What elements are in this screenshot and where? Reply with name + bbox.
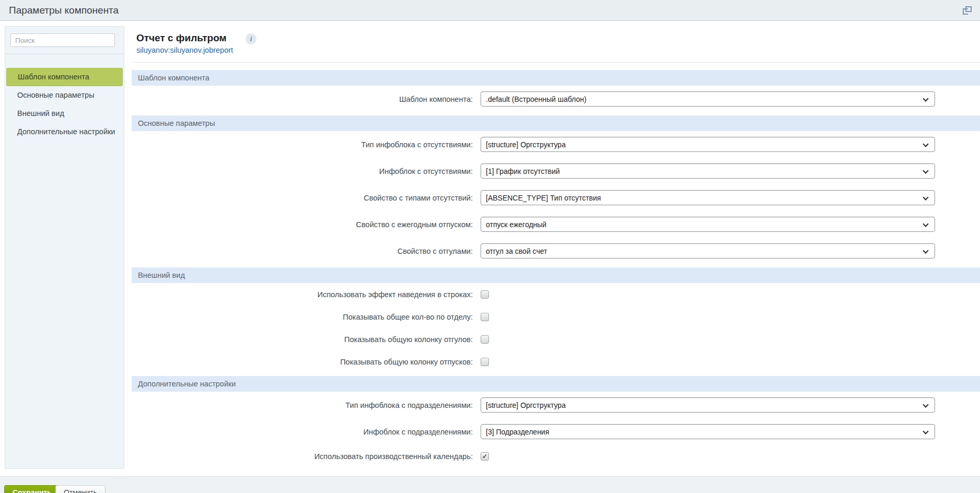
header-divider <box>132 62 980 63</box>
sidebar-item[interactable]: Дополнительные настройки <box>6 123 123 141</box>
sidebar-nav: Шаблон компонентаОсновные параметрыВнешн… <box>5 68 124 141</box>
field-label: Свойство с ежегодным отпуском: <box>132 220 473 229</box>
component-header: Отчет с фильтром i siluyanov:siluyanov.j… <box>136 32 227 44</box>
chevron-down-icon <box>923 221 928 227</box>
settings-sidebar: Шаблон компонентаОсновные параметрыВнешн… <box>5 26 124 469</box>
cancel-button[interactable]: Отменить <box>55 485 106 493</box>
select-field[interactable]: [3] Подразделения <box>481 424 935 439</box>
form-row: Использовать производственный календарь:… <box>132 445 980 467</box>
form-row: Свойство с отгулами:отгул за свой счет <box>132 238 980 264</box>
chevron-down-icon <box>923 141 928 147</box>
checkbox[interactable] <box>481 290 489 299</box>
field-label: Показывать общее кол-во по отделу: <box>132 313 473 321</box>
select-value: [structure] Оргструктура <box>481 140 566 149</box>
select-value: .default (Встроенный шаблон) <box>481 95 587 103</box>
dialog-footer: Сохранить Отменить <box>0 476 980 493</box>
form-row: Показывать общую колонку отгулов: <box>132 328 980 350</box>
chevron-down-icon <box>923 248 928 253</box>
select-value: отпуск ежегодный <box>481 220 546 229</box>
section-header: Основные параметры <box>132 115 980 131</box>
sidebar-item[interactable]: Внешний вид <box>6 104 123 123</box>
form-row: Показывать общее кол-во по отделу: <box>132 306 980 328</box>
select-value: [ABSENCE_TYPE] Тип отсутствия <box>481 194 601 202</box>
form-row: Показывать общую колонку отпусков: <box>132 350 980 373</box>
select-field[interactable]: отгул за свой счет <box>481 243 935 259</box>
select-value: [1] График отсутствий <box>481 167 560 175</box>
select-field[interactable]: [ABSENCE_TYPE] Тип отсутствия <box>481 190 935 205</box>
select-value: [3] Подразделения <box>481 428 549 436</box>
field-label: Шаблон компонента: <box>132 95 473 103</box>
chevron-down-icon <box>923 96 928 101</box>
select-field[interactable]: [1] График отсутствий <box>481 163 935 179</box>
select-field[interactable]: [structure] Оргструктура <box>481 137 935 152</box>
field-label: Тип инфоблока с подразделениями: <box>132 401 473 409</box>
select-field[interactable]: [structure] Оргструктура <box>481 397 935 413</box>
chevron-down-icon <box>923 168 928 173</box>
chevron-down-icon <box>923 428 928 434</box>
info-icon[interactable]: i <box>246 33 256 44</box>
checkbox-checked[interactable]: ✓ <box>481 452 489 461</box>
form-row: Свойство с типами отсутствий:[ABSENCE_TY… <box>132 184 980 211</box>
sidebar-item[interactable]: Основные параметры <box>6 86 123 104</box>
form-row: Инфоблок с отсутствиями:[1] График отсут… <box>132 158 980 184</box>
form-sections: Шаблон компонентаШаблон компонента:.defa… <box>132 67 980 467</box>
chevron-down-icon <box>923 194 928 200</box>
sidebar-item[interactable]: Шаблон компонента <box>6 68 123 86</box>
form-row: Инфоблок с подразделениями:[3] Подраздел… <box>132 418 980 445</box>
checkbox[interactable] <box>481 313 489 321</box>
checkbox[interactable] <box>481 358 489 366</box>
dialog-title: Параметры компонента <box>9 0 119 21</box>
section-header: Внешний вид <box>132 267 980 283</box>
search-input[interactable] <box>10 33 115 47</box>
select-value: отгул за свой счет <box>481 247 547 255</box>
section-header: Шаблон компонента <box>132 70 980 86</box>
select-field[interactable]: .default (Встроенный шаблон) <box>481 91 935 107</box>
component-title: Отчет с фильтром <box>136 32 227 44</box>
form-row: Использовать эффект наведения в строках: <box>132 283 980 306</box>
field-label: Показывать общую колонку отгулов: <box>132 335 473 344</box>
field-label: Инфоблок с отсутствиями: <box>132 167 473 175</box>
field-label: Инфоблок с подразделениями: <box>132 428 473 436</box>
field-label: Свойство с отгулами: <box>132 247 473 255</box>
form-row: Тип инфоблока с отсутствиями:[structure]… <box>132 131 980 158</box>
field-label: Тип инфоблока с отсутствиями: <box>132 140 473 149</box>
field-label: Показывать общую колонку отпусков: <box>132 358 473 366</box>
checkbox[interactable] <box>481 335 489 344</box>
restore-window-icon[interactable] <box>965 6 972 12</box>
select-field[interactable]: отпуск ежегодный <box>481 217 935 232</box>
save-button[interactable]: Сохранить <box>4 485 60 493</box>
form-row: Тип инфоблока с подразделениями:[structu… <box>132 392 980 418</box>
field-label: Использовать эффект наведения в строках: <box>132 290 473 299</box>
field-label: Использовать производственный календарь: <box>132 452 473 461</box>
form-row: Свойство с ежегодным отпуском:отпуск еже… <box>132 211 980 238</box>
select-value: [structure] Оргструктура <box>481 401 566 409</box>
chevron-down-icon <box>923 402 928 407</box>
form-row: Шаблон компонента:.default (Встроенный ш… <box>132 86 980 112</box>
field-label: Свойство с типами отсутствий: <box>132 194 473 202</box>
component-id-link[interactable]: siluyanov:siluyanov.jobreport <box>136 46 233 54</box>
section-header: Дополнительные настройки <box>132 376 980 392</box>
sidebar-search <box>5 27 124 54</box>
dialog-titlebar: Параметры компонента <box>0 0 980 21</box>
